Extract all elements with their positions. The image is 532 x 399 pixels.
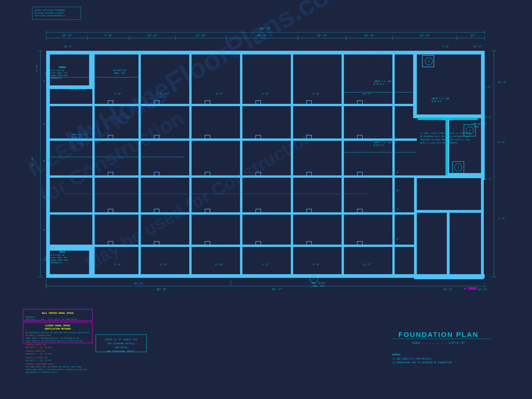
svg-text:LBR75 T.J. 210: LBR75 T.J. 210 [374,80,392,83]
svg-text:WALL VENTED CRAWL SPACE: WALL VENTED CRAWL SPACE [42,312,74,315]
svg-text:16'-8": 16'-8" [474,45,482,48]
svg-text:16'-4": 16'-4" [484,116,492,118]
svg-text:2) DIMENSIONS ARE TO EXTERIOR : 2) DIMENSIONS ARE TO EXTERIOR OF FOUNDAT… [392,361,453,364]
svg-text:35'-8": 35'-8" [157,288,166,291]
svg-text:11'-0": 11'-0" [196,34,206,37]
svg-text:6'-0": 6'-0" [313,93,320,95]
svg-text:PORCH: PORCH [59,66,66,69]
svg-rect-211 [414,175,481,178]
svg-text:@ RJ O.C.: @ RJ O.C. [374,83,385,85]
svg-text:6'-8": 6'-8" [43,229,50,231]
svg-text:@ 16" O.C.: @ 16" O.C. [71,136,84,139]
svg-text:@ 16" O.C.: @ 16" O.C. [71,88,84,91]
svg-rect-23 [413,51,485,54]
svg-text:24"x24"x8" CONC. FTG.: 24"x24"x8" CONC. FTG. [45,257,68,259]
svg-text:10'-8": 10'-8" [64,45,72,48]
svg-text:6'-8": 6'-8" [43,160,50,162]
svg-text:DECK: DECK [60,251,65,253]
svg-text:5'-0": 5'-0" [114,264,121,266]
svg-text:◄ FRONT: ◄ FRONT [464,287,478,291]
svg-text:3: 3 [428,60,430,63]
svg-text:12': 12' [471,34,476,37]
svg-text:FOR FLOOR FINISH MATERIALS: FOR FLOOR FINISH MATERIALS [35,15,65,17]
svg-rect-47 [46,274,92,278]
svg-text:REQUIRED ON BARE GROUND PER R4: REQUIRED ON BARE GROUND PER R406.2), SEE [420,139,470,141]
svg-text:3030  SQ.FT. / 50 =  41  CFM: 3030 SQ.FT. / 50 = 41 CFM [25,353,51,355]
svg-text:2'-8": 2'-8" [392,190,399,192]
svg-text:OR JOIST SPACING AS REQ'D: OR JOIST SPACING AS REQ'D [35,12,64,14]
svg-text:18'-0": 18'-0" [363,93,371,95]
svg-text:11'-4": 11'-4" [317,34,327,37]
svg-text:LBR75 T.J. 210: LBR75 T.J. 210 [432,98,449,100]
svg-text:OR WIREMESH ON 6 MIL VAPOR RET: OR WIREMESH ON 6 MIL VAPOR RETARDER (AS [420,135,469,138]
svg-rect-38 [342,54,344,276]
svg-text:REFER TO "D" SHEETS FOR: REFER TO "D" SHEETS FOR [105,339,137,341]
svg-text:5'-4": 5'-4" [43,80,50,83]
svg-rect-217 [447,210,484,213]
svg-text:7'-6": 7'-6" [104,34,113,37]
svg-text:CRAWL SPACE W/ THE PINT RATED : CRAWL SPACE W/ THE PINT RATED CAPACITY A… [25,340,83,342]
svg-text:1'-8": 1'-8" [484,86,490,88]
svg-text:ADJUST SUB-FLOOR THICKNESS: ADJUST SUB-FLOOR THICKNESS [35,9,65,12]
svg-text:APPENDIX M.: APPENDIX M. [51,262,63,264]
svg-text:REQUIREMENTS OF SECTION R702.3: REQUIREMENTS OF SECTION R702.3. [25,372,58,373]
svg-text:CONC. FTG.: CONC. FTG. [442,119,454,121]
svg-text:MEASURES:: MEASURES: [25,316,35,318]
main-container: 3 2 1 L 10'-8" 7'-6" 14'-6" 11'-0" 36'-4… [0,0,532,399]
svg-text:TRTU 2x10 F.J.: TRTU 2x10 F.J. [71,134,89,136]
svg-text:5'-2": 5'-2" [160,264,167,266]
svg-text:4'-4": 4'-4" [43,197,50,199]
svg-text:CLOSED CRAWL SPACE: CLOSED CRAWL SPACE [45,324,70,327]
svg-text:LBR75 T.J. 210: LBR75 T.J. 210 [374,141,392,144]
svg-text:6x6 PT POST ON: 6x6 PT POST ON [49,254,64,256]
svg-rect-35 [189,54,192,276]
svg-text:30"x30"x10": 30"x30"x10" [441,116,455,118]
svg-text:25'-6": 25'-6" [498,81,506,84]
svg-text:AND NOTES: AND NOTES [115,346,127,349]
svg-rect-34 [139,54,141,276]
svg-text:7'-9": 7'-9" [114,93,121,95]
svg-text:5'-1": 5'-1" [262,264,269,266]
svg-text:R506.2.1 FOR FILL REQUIREMENTS: R506.2.1 FOR FILL REQUIREMENTS. [420,142,459,144]
svg-text:SEE REFERENCES SECTIONS IN COD: SEE REFERENCES SECTIONS IN CODE BOOK FOR… [25,332,90,334]
svg-text:CONC. FTG.: CONC. FTG. [312,285,325,287]
svg-text:3030  SQ.FT. / 50 =  65  CFM: 3030 SQ.FT. / 50 = 65 CFM [25,347,51,348]
svg-text:7'-5": 7'-5" [392,171,399,174]
svg-text:2: 2 [469,129,470,133]
svg-text:CONDITIONED SPACE IF THE INSUL: CONDITIONED SPACE IF THE INSULATION IS I… [25,369,87,371]
svg-text:52'-4": 52'-4" [31,157,34,166]
svg-text:AND STRUCTURAL NOTES.: AND STRUCTURAL NOTES. [107,350,136,353]
svg-text:10'-8": 10'-8" [62,34,72,37]
svg-text:92'-7": 92'-7" [260,27,271,31]
svg-text:14'-6": 14'-6" [147,34,157,37]
svg-text:6'-0": 6'-0" [43,123,50,125]
svg-text:(EXAMPLE) HOUSE AIR: (EXAMPLE) HOUSE AIR [25,350,45,352]
svg-text:6'-4": 6'-4" [262,93,269,95]
svg-text:3'-10": 3'-10" [215,264,223,266]
svg-text:(EXAMPLE) SUPPLY AIR: (EXAMPLE) SUPPLY AIR [25,344,46,346]
svg-text:THE CRAWL SPACE SHALL BE DEEME: THE CRAWL SPACE SHALL BE DEEMED AN AIRTI… [25,366,82,368]
svg-rect-49 [89,247,93,278]
svg-text:3030  SQ.FT. / 50 =  41  CFM: 3030 SQ.FT. / 50 = 41 CFM [25,360,51,361]
svg-text:(EXAMPLE) EXHAUST FAN:: (EXAMPLE) EXHAUST FAN: [25,357,48,359]
svg-rect-48 [46,247,50,278]
svg-text:8'-4": 8'-4" [392,238,399,241]
svg-text:36'-3": 36'-3" [443,288,452,291]
svg-text:FOUNDATION PLAN: FOUNDATION PLAN [398,331,479,338]
svg-text:6'-0": 6'-0" [160,93,167,95]
svg-rect-0 [0,0,532,399]
blueprint-svg: 3 2 1 L 10'-8" 7'-6" 14'-6" 11'-0" 36'-4… [0,0,532,399]
svg-rect-39 [392,54,395,276]
svg-text:36"x36"x12": 36"x36"x12" [113,70,127,72]
svg-text:10'-3": 10'-3" [420,34,430,37]
svg-text:FOR STANDARD DETAILS: FOR STANDARD DETAILS [107,342,135,345]
svg-text:30"x30"x10": 30"x30"x10" [473,123,487,125]
svg-rect-213 [414,175,417,279]
svg-text:(EXAMPLE) CONDITIONED SPACE:: (EXAMPLE) CONDITIONED SPACE: [25,363,54,365]
svg-text:MIN. 18"x8": MIN. 18"x8" [312,282,325,285]
svg-text:6'-4": 6'-4" [216,93,223,95]
svg-text:6'-0": 6'-0" [498,141,505,144]
svg-text:10'-2": 10'-2" [478,288,487,291]
svg-text:TRTU 2x10 F.J.: TRTU 2x10 F.J. [71,86,89,88]
svg-rect-42 [46,51,92,54]
